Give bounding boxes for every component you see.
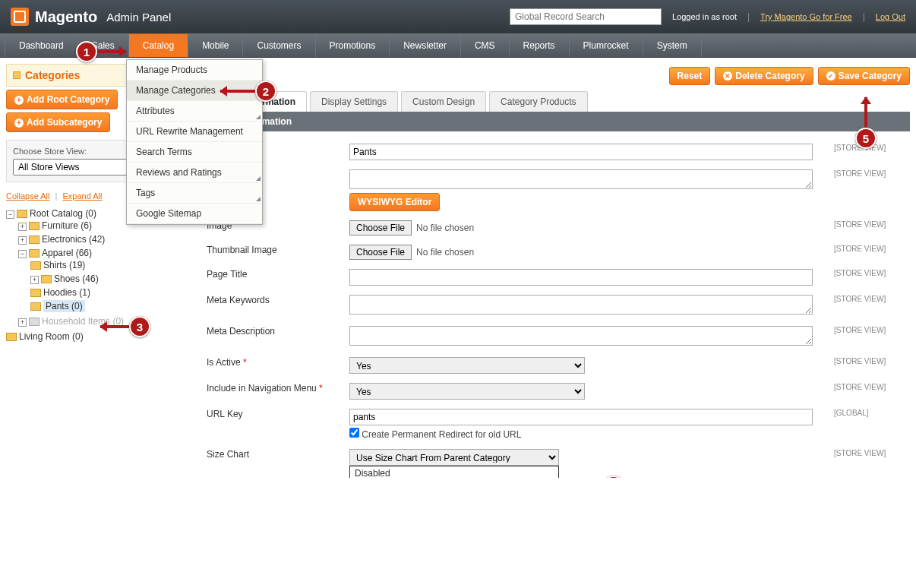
- include-nav-select[interactable]: Yes: [349, 383, 585, 400]
- tree-hoodies[interactable]: Hoodies (1): [43, 287, 90, 298]
- plus-icon: +: [14, 119, 24, 128]
- nav-customers[interactable]: Customers: [243, 34, 315, 57]
- expand-all-link[interactable]: Expand All: [62, 191, 102, 201]
- tab-category-products[interactable]: Category Products: [489, 91, 587, 112]
- tree-living-room[interactable]: Living Room (0): [19, 331, 84, 342]
- tree-toggle[interactable]: +: [18, 223, 27, 231]
- image-choose-file-button[interactable]: Choose File: [349, 220, 412, 236]
- tree-toggle[interactable]: +: [30, 276, 39, 284]
- submenu-icon: [256, 197, 261, 201]
- redirect-checkbox[interactable]: [349, 428, 359, 438]
- nav-plumrocket[interactable]: Plumrocket: [570, 34, 643, 57]
- tree-toggle[interactable]: +: [18, 236, 27, 245]
- nav-promotions[interactable]: Promotions: [316, 34, 390, 57]
- is-active-select[interactable]: Yes: [349, 357, 585, 374]
- meta-keywords-label: Meta Keywords: [197, 295, 349, 305]
- scope-label: [STORE VIEW]: [834, 449, 910, 457]
- tree-shoes[interactable]: Shoes (46): [54, 273, 99, 284]
- submenu-icon: [256, 115, 261, 119]
- catalog-dropdown: Manage Products Manage Categories Attrib…: [126, 59, 263, 225]
- main-nav: Dashboard Sales Catalog Mobile Customers…: [0, 33, 916, 58]
- nav-catalog[interactable]: Catalog: [129, 34, 188, 57]
- description-textarea[interactable]: [349, 169, 813, 189]
- size-chart-listbox[interactable]: Disabled Use Size Chart From Parent Cate…: [349, 466, 559, 478]
- folder-icon: [29, 236, 39, 244]
- folder-icon: [17, 210, 27, 218]
- meta-keywords-textarea[interactable]: [349, 295, 813, 315]
- add-root-category-button[interactable]: +Add Root Category: [6, 90, 118, 109]
- scope-label: [STORE VIEW]: [834, 383, 910, 391]
- menu-url-rewrite[interactable]: URL Rewrite Management: [127, 122, 262, 142]
- size-chart-option[interactable]: Disabled: [350, 466, 558, 478]
- save-category-button[interactable]: ✓Save Category: [818, 67, 910, 85]
- plus-icon: +: [14, 96, 24, 105]
- tree-shirts[interactable]: Shirts (19): [43, 260, 85, 270]
- tab-custom-design[interactable]: Custom Design: [401, 91, 486, 112]
- nav-cms[interactable]: CMS: [461, 34, 510, 57]
- admin-header: Magento Admin Panel Logged in as root | …: [0, 0, 916, 33]
- submenu-icon: [256, 176, 261, 181]
- nav-system[interactable]: System: [643, 34, 702, 57]
- tree-toggle[interactable]: −: [6, 210, 14, 219]
- menu-google-sitemap[interactable]: Google Sitemap: [127, 204, 262, 224]
- tree-apparel[interactable]: Apparel (66): [42, 248, 92, 258]
- folder-icon: [29, 318, 39, 326]
- arrow-icon: [864, 97, 867, 128]
- tree-furniture[interactable]: Furniture (6): [42, 220, 92, 231]
- menu-search-terms[interactable]: Search Terms: [127, 142, 262, 163]
- url-key-label: URL Key: [197, 409, 349, 419]
- name-input[interactable]: [349, 144, 813, 160]
- url-key-input[interactable]: [349, 409, 813, 425]
- collapse-all-link[interactable]: Collapse All: [6, 191, 49, 201]
- tree-pants[interactable]: Pants (0): [43, 300, 85, 312]
- nav-mobile[interactable]: Mobile: [188, 34, 243, 57]
- size-chart-select[interactable]: Use Size Chart From Parent Category: [349, 449, 559, 466]
- wysiwyg-editor-button[interactable]: WYSIWYG Editor: [349, 193, 440, 211]
- category-tree: −Root Catalog (0) +Furniture (6) +Electr…: [6, 207, 191, 343]
- folder-icon: [30, 289, 41, 297]
- size-chart-label: Size Chart: [197, 449, 349, 460]
- scope-label: [STORE VIEW]: [834, 245, 910, 253]
- nav-newsletter[interactable]: Newsletter: [390, 34, 461, 57]
- meta-description-textarea[interactable]: [349, 326, 813, 346]
- global-search-input[interactable]: [510, 8, 662, 25]
- folder-icon: [29, 222, 39, 230]
- check-icon: ✓: [826, 71, 835, 81]
- scope-label: [STORE VIEW]: [834, 295, 910, 303]
- folder-icon: [6, 333, 17, 341]
- nav-reports[interactable]: Reports: [510, 34, 570, 57]
- include-nav-label: Include in Navigation Menu *: [197, 383, 349, 394]
- tree-toggle[interactable]: +: [18, 318, 27, 327]
- scope-label: [STORE VIEW]: [834, 269, 910, 277]
- page-title-input[interactable]: [349, 269, 813, 286]
- nav-dashboard[interactable]: Dashboard: [5, 34, 78, 57]
- reset-button[interactable]: Reset: [669, 67, 711, 85]
- image-no-file-text: No file chosen: [416, 223, 474, 233]
- redirect-label: Create Permanent Redirect for old URL: [362, 429, 521, 440]
- action-buttons: Reset ✕Delete Category ✓Save Category: [197, 64, 910, 91]
- callout-1: 1: [76, 41, 97, 62]
- square-icon: [13, 71, 21, 79]
- tab-display-settings[interactable]: Display Settings: [310, 91, 398, 112]
- callout-3: 3: [129, 316, 150, 337]
- menu-manage-products[interactable]: Manage Products: [127, 60, 262, 81]
- scope-label: [GLOBAL]: [834, 409, 910, 417]
- menu-attributes[interactable]: Attributes: [127, 101, 262, 122]
- menu-tags[interactable]: Tags: [127, 183, 262, 204]
- tree-root-catalog[interactable]: Root Catalog (0): [30, 208, 96, 219]
- logout-link[interactable]: Log Out: [876, 12, 905, 21]
- category-content: Reset ✕Delete Category ✓Save Category Ge…: [191, 64, 910, 478]
- folder-icon: [29, 249, 39, 258]
- try-magento-link[interactable]: Try Magento Go for Free: [760, 12, 852, 21]
- thumbnail-choose-file-button[interactable]: Choose File: [349, 245, 412, 260]
- delete-category-button[interactable]: ✕Delete Category: [715, 67, 813, 85]
- tree-electronics[interactable]: Electronics (42): [42, 234, 105, 245]
- menu-reviews-ratings[interactable]: Reviews and Ratings: [127, 163, 262, 183]
- scope-label: [STORE VIEW]: [834, 326, 910, 334]
- tree-toggle[interactable]: −: [18, 250, 27, 258]
- scope-label: [STORE VIEW]: [834, 220, 910, 229]
- scope-label: [STORE VIEW]: [834, 169, 910, 178]
- delete-icon: ✕: [723, 71, 732, 81]
- thumbnail-no-file-text: No file chosen: [416, 247, 474, 258]
- add-subcategory-button[interactable]: +Add Subcategory: [6, 112, 110, 132]
